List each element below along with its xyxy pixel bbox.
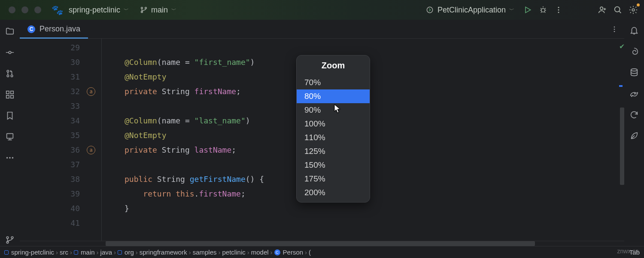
code-line[interactable]: } — [125, 201, 617, 216]
stripe-marker[interactable] — [619, 85, 623, 87]
breadcrumb-separator: › — [70, 249, 72, 256]
zoom-option[interactable]: 80% — [297, 89, 370, 103]
breadcrumb-item[interactable]: springframework — [140, 249, 187, 256]
notifications-tool-button[interactable] — [629, 26, 639, 37]
window-controls[interactable] — [9, 6, 41, 13]
breadcrumb-item[interactable]: main — [74, 249, 95, 256]
database-icon — [629, 68, 639, 77]
code-line[interactable]: @NotEmpty — [125, 70, 617, 84]
line-number[interactable]: 40 — [20, 201, 101, 216]
breadcrumb-item[interactable]: petclinic — [222, 249, 246, 256]
search-everywhere-button[interactable] — [611, 3, 624, 16]
zoom-option[interactable]: 125% — [297, 144, 370, 158]
code-with-me-button[interactable] — [596, 3, 609, 16]
vcs-tool-button[interactable] — [5, 235, 15, 246]
code-line[interactable]: public String getFirstName() { — [125, 172, 617, 187]
breadcrumb-item[interactable]: samples — [193, 249, 217, 256]
breadcrumb-item[interactable]: ( — [309, 249, 311, 256]
run-button[interactable] — [521, 3, 534, 16]
svg-point-8 — [558, 12, 559, 13]
zoom-option[interactable]: 90% — [297, 103, 370, 117]
zoom-option[interactable]: 175% — [297, 172, 370, 186]
editor-tab[interactable]: C Person.java — [20, 20, 88, 38]
line-number[interactable]: 32a — [20, 84, 101, 99]
line-number[interactable]: 33 — [20, 99, 101, 114]
database-tool-button[interactable] — [629, 68, 639, 79]
svg-point-21 — [6, 157, 8, 159]
code-line[interactable] — [125, 40, 617, 55]
minimize-window-icon[interactable] — [21, 6, 28, 13]
line-number[interactable]: 37 — [20, 157, 101, 172]
code-line[interactable]: @Column(name = "first_name") — [125, 55, 617, 70]
breadcrumb-item[interactable]: spring-petclinic — [4, 249, 54, 256]
gutter-inspection-icon[interactable]: a — [87, 87, 95, 96]
line-number[interactable]: 39 — [20, 187, 101, 201]
tab-options-button[interactable] — [608, 20, 621, 38]
ai-spiral-icon — [629, 47, 639, 56]
project-tool-button[interactable] — [5, 27, 15, 37]
svg-point-13 — [7, 70, 9, 72]
gradle-tool-button[interactable] — [629, 89, 639, 100]
vertical-scrollbar-thumb[interactable] — [620, 108, 624, 185]
svg-point-24 — [6, 236, 9, 239]
project-selector[interactable]: spring-petclinic ﹀ — [64, 4, 133, 16]
breadcrumb-item[interactable]: CPerson — [274, 249, 304, 256]
zoom-option[interactable]: 110% — [297, 131, 370, 144]
line-number[interactable]: 31 — [20, 70, 101, 84]
bookmarks-tool-button[interactable] — [5, 111, 15, 122]
commit-tool-button[interactable] — [5, 48, 15, 58]
svg-point-30 — [631, 69, 638, 71]
debug-button[interactable] — [537, 3, 550, 16]
vcs-branch-selector[interactable]: main ﹀ — [136, 4, 181, 16]
code-line[interactable] — [125, 157, 617, 172]
line-number[interactable]: 35 — [20, 128, 101, 143]
ai-assistant-tool-button[interactable] — [629, 47, 639, 58]
breadcrumb-item[interactable]: org — [118, 249, 134, 256]
svg-point-11 — [632, 9, 635, 11]
gutter[interactable]: 29303132a33343536a3738394041 — [20, 39, 101, 241]
breadcrumb-item[interactable]: model — [251, 249, 269, 256]
more-tools-button[interactable] — [5, 153, 15, 164]
code-line[interactable] — [125, 99, 617, 114]
svg-point-28 — [614, 28, 615, 30]
line-number[interactable]: 41 — [20, 216, 101, 230]
coverage-tool-button[interactable] — [629, 131, 639, 142]
svg-rect-17 — [11, 91, 13, 94]
zoom-option[interactable]: 70% — [297, 76, 370, 89]
horizontal-scrollbar[interactable] — [20, 241, 624, 246]
code-line[interactable]: return this.firstName; — [125, 187, 617, 201]
folder-icon — [118, 250, 122, 255]
right-tool-strip — [624, 20, 644, 246]
code-line[interactable]: private String lastName; — [125, 143, 617, 157]
run-config-name: PetClinicApplication — [437, 6, 506, 15]
code-line[interactable]: private String firstName; — [125, 84, 617, 99]
maximize-window-icon[interactable] — [34, 6, 41, 13]
gutter-inspection-icon[interactable]: a — [87, 146, 95, 154]
line-number[interactable]: 29 — [20, 40, 101, 55]
gradle-icon — [629, 89, 639, 98]
horizontal-scrollbar-thumb[interactable] — [106, 241, 535, 246]
line-number[interactable]: 38 — [20, 172, 101, 187]
line-number[interactable]: 34 — [20, 114, 101, 128]
zoom-option[interactable]: 100% — [297, 117, 370, 131]
structure-tool-button[interactable] — [5, 90, 15, 101]
svg-marker-4 — [526, 7, 531, 12]
pull-requests-tool-button[interactable] — [5, 69, 15, 80]
more-actions-button[interactable] — [552, 3, 565, 16]
persistence-tool-button[interactable] — [5, 132, 15, 143]
breadcrumb-item[interactable]: src — [60, 249, 68, 256]
close-window-icon[interactable] — [9, 6, 15, 13]
code-line[interactable]: @Column(name = "last_name") — [125, 114, 617, 128]
svg-point-9 — [600, 7, 603, 9]
settings-button[interactable] — [627, 3, 640, 16]
zoom-option[interactable]: 200% — [297, 186, 370, 200]
code-line[interactable]: @NotEmpty — [125, 128, 617, 143]
breadcrumb-item[interactable]: java — [100, 249, 112, 256]
run-config-selector[interactable]: PetClinicApplication ﹀ — [421, 4, 519, 16]
svg-point-0 — [141, 7, 143, 9]
maven-tool-button[interactable] — [629, 110, 639, 121]
line-number[interactable]: 36a — [20, 143, 101, 157]
line-number[interactable]: 30 — [20, 55, 101, 70]
code-line[interactable] — [125, 216, 617, 230]
zoom-option[interactable]: 150% — [297, 158, 370, 172]
